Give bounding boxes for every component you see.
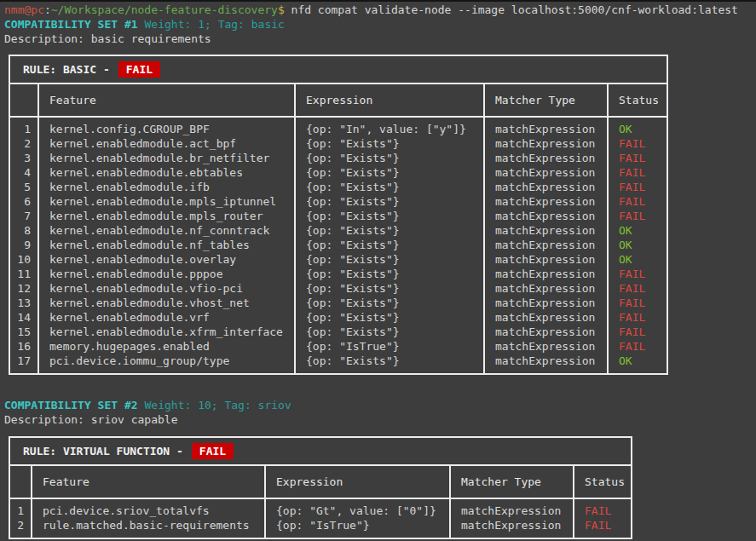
rule-table-body: 1pci.device.sriov_totalvfs{op: "Gt", val… bbox=[9, 498, 632, 538]
matcher-type-cell: matchExpression bbox=[484, 151, 608, 165]
row-number-cell: 12 bbox=[9, 281, 38, 296]
table-row: 12kernel.enabledmodule.vfio-pci{op: "Exi… bbox=[9, 281, 667, 296]
set-description: Description: basic requirements bbox=[0, 32, 756, 46]
terminal-screen[interactable]: nmm@pc:~/Workspace/node-feature-discover… bbox=[0, 0, 756, 541]
matcher-type-cell: matchExpression bbox=[484, 339, 608, 354]
table-row: 1kernel.config.CGROUP_BPF{op: "In", valu… bbox=[9, 117, 667, 136]
expression-cell: {op: "Exists"} bbox=[295, 325, 484, 339]
expression-cell: {op: "Exists"} bbox=[295, 267, 484, 281]
row-number-cell: 2 bbox=[9, 518, 32, 538]
table-row: 3kernel.enabledmodule.br_netfilter{op: "… bbox=[9, 151, 667, 165]
expression-cell: {op: "Exists"} bbox=[295, 281, 484, 296]
status-cell: FAIL bbox=[574, 498, 632, 518]
status-cell: FAIL bbox=[608, 281, 667, 296]
status-cell: FAIL bbox=[574, 518, 632, 538]
feature-cell: memory.hugepages.enabled bbox=[38, 339, 295, 354]
feature-cell: kernel.enabledmodule.vfio-pci bbox=[38, 281, 295, 296]
feature-cell: kernel.enabledmodule.mpls_iptunnel bbox=[38, 194, 295, 209]
matcher-type-cell: matchExpression bbox=[484, 165, 608, 180]
expression-cell: {op: "Exists"} bbox=[295, 238, 484, 252]
row-number-cell: 14 bbox=[9, 310, 38, 325]
status-cell: OK bbox=[608, 117, 667, 136]
status-badge: FAIL bbox=[192, 443, 234, 459]
row-number-cell: 10 bbox=[9, 252, 38, 267]
status-cell: FAIL bbox=[608, 296, 667, 310]
expression-cell: {op: "Exists"} bbox=[295, 136, 484, 151]
set-description: Description: sriov capable bbox=[0, 412, 756, 427]
feature-cell: pci.device.iommu_group/type bbox=[38, 354, 295, 374]
expression-cell: {op: "Exists"} bbox=[295, 194, 484, 209]
matcher-type-cell: matchExpression bbox=[484, 117, 608, 136]
status-cell: FAIL bbox=[608, 165, 667, 180]
expression-cell: {op: "Exists"} bbox=[295, 165, 484, 180]
table-row: 1pci.device.sriov_totalvfs{op: "Gt", val… bbox=[9, 498, 632, 518]
feature-cell: kernel.enabledmodule.ebtables bbox=[38, 165, 295, 180]
table-row: 7kernel.enabledmodule.mpls_router{op: "E… bbox=[9, 209, 667, 223]
rule-title-row: RULE: BASIC -FAIL bbox=[9, 55, 667, 83]
row-number-cell: 1 bbox=[9, 117, 38, 136]
table-row: 11kernel.enabledmodule.pppoe{op: "Exists… bbox=[9, 267, 667, 281]
compatibility-set-title: COMPATIBILITY SET #2 bbox=[4, 399, 138, 412]
feature-cell: kernel.enabledmodule.act_bpf bbox=[38, 136, 295, 151]
table-row: 9kernel.enabledmodule.nf_tables{op: "Exi… bbox=[9, 238, 667, 252]
matcher-type-cell: matchExpression bbox=[484, 194, 608, 209]
expression-cell: {op: "Exists"} bbox=[295, 151, 484, 165]
matcher-type-cell: matchExpression bbox=[450, 518, 574, 538]
row-number-cell: 6 bbox=[9, 194, 38, 209]
row-number-cell: 2 bbox=[9, 136, 38, 151]
feature-cell: kernel.enabledmodule.mpls_router bbox=[38, 209, 295, 223]
feature-cell: kernel.enabledmodule.ifb bbox=[38, 180, 295, 194]
status-cell: FAIL bbox=[608, 194, 667, 209]
row-number-cell: 1 bbox=[9, 498, 32, 518]
column-header-expression: Expression bbox=[295, 83, 484, 117]
status-cell: FAIL bbox=[608, 267, 667, 281]
status-cell: FAIL bbox=[608, 151, 667, 165]
table-row: 13kernel.enabledmodule.vhost_net{op: "Ex… bbox=[9, 296, 667, 310]
row-number-cell: 5 bbox=[9, 180, 38, 194]
rule-title: RULE: VIRTUAL FUNCTION - bbox=[23, 445, 183, 458]
prompt-user-host: nmm@pc bbox=[4, 3, 44, 16]
feature-cell: kernel.enabledmodule.vrf bbox=[38, 310, 295, 325]
expression-cell: {op: "IsTrue"} bbox=[265, 518, 450, 538]
rule-title-cell: RULE: BASIC -FAIL bbox=[9, 55, 667, 83]
status-cell: OK bbox=[608, 238, 667, 252]
rule-table-basic: RULE: BASIC -FAIL Feature Expression Mat… bbox=[9, 55, 668, 375]
row-number-cell: 7 bbox=[9, 209, 38, 223]
column-header-matcher-type: Matcher Type bbox=[450, 465, 574, 498]
expression-cell: {op: "Exists"} bbox=[295, 354, 484, 374]
expression-cell: {op: "IsTrue"} bbox=[295, 339, 484, 354]
compatibility-set-1-heading: COMPATIBILITY SET #1Weight: 1; Tag: basi… bbox=[0, 17, 756, 32]
prompt-dollar-sign: $ bbox=[278, 3, 285, 16]
column-header-index bbox=[9, 465, 32, 498]
row-number-cell: 3 bbox=[9, 151, 38, 165]
status-badge: FAIL bbox=[118, 61, 160, 78]
status-cell: OK bbox=[608, 252, 667, 267]
expression-cell: {op: "In", value: ["y"]} bbox=[295, 117, 484, 136]
column-header-feature: Feature bbox=[32, 465, 265, 498]
row-number-cell: 9 bbox=[9, 238, 38, 252]
rule-title: RULE: BASIC - bbox=[23, 63, 110, 76]
expression-cell: {op: "Exists"} bbox=[295, 223, 484, 238]
column-header-index bbox=[9, 83, 38, 117]
prompt-colon: : bbox=[44, 3, 51, 16]
table-header-row: Feature Expression Matcher Type Status bbox=[9, 83, 667, 117]
row-number-cell: 11 bbox=[9, 267, 38, 281]
rule-title-row: RULE: VIRTUAL FUNCTION -FAIL bbox=[9, 437, 632, 465]
status-cell: FAIL bbox=[608, 209, 667, 223]
table-row: 2rule.matched.basic-requirements{op: "Is… bbox=[9, 518, 632, 538]
table-row: 17pci.device.iommu_group/type{op: "Exist… bbox=[9, 354, 667, 374]
feature-cell: rule.matched.basic-requirements bbox=[32, 518, 265, 538]
matcher-type-cell: matchExpression bbox=[484, 209, 608, 223]
feature-cell: kernel.enabledmodule.nf_tables bbox=[38, 238, 295, 252]
column-header-status: Status bbox=[574, 465, 632, 498]
matcher-type-cell: matchExpression bbox=[484, 238, 608, 252]
feature-cell: pci.device.sriov_totalvfs bbox=[32, 498, 265, 518]
prompt-command: nfd compat validate-node --image localho… bbox=[285, 3, 738, 16]
compatibility-set-meta: Weight: 1; Tag: basic bbox=[145, 18, 285, 31]
feature-cell: kernel.enabledmodule.xfrm_interface bbox=[38, 325, 295, 339]
expression-cell: {op: "Exists"} bbox=[295, 252, 484, 267]
status-cell: FAIL bbox=[608, 325, 667, 339]
row-number-cell: 17 bbox=[9, 354, 38, 374]
rule-table-virtual-function: RULE: VIRTUAL FUNCTION -FAIL Feature Exp… bbox=[9, 436, 632, 539]
prompt-path: ~/Workspace/node-feature-discovery bbox=[51, 3, 278, 16]
